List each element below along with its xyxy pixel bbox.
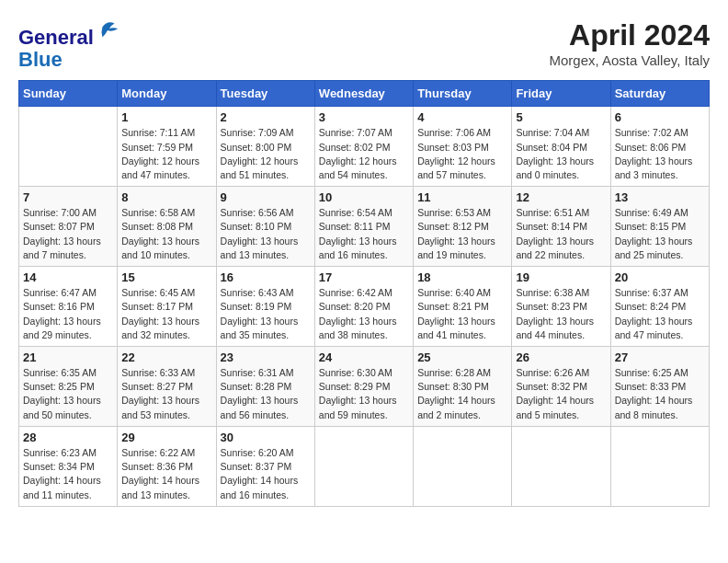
day-number: 28	[23, 431, 113, 444]
calendar-cell: 11Sunrise: 6:53 AMSunset: 8:12 PMDayligh…	[414, 187, 512, 267]
day-info: Sunrise: 6:51 AMSunset: 8:14 PMDaylight:…	[516, 206, 606, 262]
day-info: Sunrise: 6:20 AMSunset: 8:37 PMDaylight:…	[221, 446, 311, 502]
calendar-cell: 3Sunrise: 7:07 AMSunset: 8:02 PMDaylight…	[314, 107, 413, 187]
day-number: 7	[23, 190, 113, 204]
day-info: Sunrise: 6:58 AMSunset: 8:08 PMDaylight:…	[121, 206, 211, 262]
calendar-week-row: 14Sunrise: 6:47 AMSunset: 8:16 PMDayligh…	[19, 267, 710, 347]
page-subtitle: Morgex, Aosta Valley, Italy	[549, 52, 710, 68]
day-info: Sunrise: 6:56 AMSunset: 8:10 PMDaylight:…	[221, 206, 311, 262]
calendar-cell: 27Sunrise: 6:25 AMSunset: 8:33 PMDayligh…	[610, 347, 709, 427]
calendar-cell: 16Sunrise: 6:43 AMSunset: 8:19 PMDayligh…	[216, 267, 314, 347]
day-number: 24	[319, 350, 409, 364]
day-info: Sunrise: 6:30 AMSunset: 8:29 PMDaylight:…	[319, 366, 409, 422]
day-info: Sunrise: 6:38 AMSunset: 8:23 PMDaylight:…	[516, 286, 606, 342]
calendar-week-row: 1Sunrise: 7:11 AMSunset: 7:59 PMDaylight…	[19, 107, 710, 187]
logo-bird-icon	[96, 18, 121, 44]
calendar-cell: 13Sunrise: 6:49 AMSunset: 8:15 PMDayligh…	[610, 187, 709, 267]
day-info: Sunrise: 6:40 AMSunset: 8:21 PMDaylight:…	[417, 286, 507, 342]
day-info: Sunrise: 6:49 AMSunset: 8:15 PMDaylight:…	[615, 206, 705, 262]
calendar-cell: 6Sunrise: 7:02 AMSunset: 8:06 PMDaylight…	[610, 107, 709, 187]
calendar-cell	[414, 426, 512, 506]
day-number: 10	[319, 190, 409, 204]
calendar-cell	[512, 426, 610, 506]
day-number: 17	[319, 270, 409, 284]
day-number: 13	[615, 190, 705, 204]
day-info: Sunrise: 7:09 AMSunset: 8:00 PMDaylight:…	[221, 126, 311, 182]
day-info: Sunrise: 7:06 AMSunset: 8:03 PMDaylight:…	[417, 126, 507, 182]
calendar-cell: 9Sunrise: 6:56 AMSunset: 8:10 PMDaylight…	[216, 187, 314, 267]
day-info: Sunrise: 6:26 AMSunset: 8:32 PMDaylight:…	[516, 366, 606, 422]
weekday-header-wednesday: Wednesday	[314, 81, 413, 107]
day-info: Sunrise: 7:00 AMSunset: 8:07 PMDaylight:…	[23, 206, 113, 262]
weekday-header-sunday: Sunday	[19, 81, 118, 107]
day-number: 1	[121, 110, 211, 124]
calendar-cell: 30Sunrise: 6:20 AMSunset: 8:37 PMDayligh…	[216, 426, 314, 506]
logo-blue: Blue	[18, 48, 63, 71]
calendar-cell: 22Sunrise: 6:33 AMSunset: 8:27 PMDayligh…	[118, 347, 216, 427]
day-info: Sunrise: 6:35 AMSunset: 8:25 PMDaylight:…	[23, 366, 113, 422]
calendar-cell: 20Sunrise: 6:37 AMSunset: 8:24 PMDayligh…	[610, 267, 709, 347]
day-info: Sunrise: 6:22 AMSunset: 8:36 PMDaylight:…	[121, 446, 211, 502]
calendar-header-row: SundayMondayTuesdayWednesdayThursdayFrid…	[19, 81, 710, 107]
calendar-cell: 10Sunrise: 6:54 AMSunset: 8:11 PMDayligh…	[314, 187, 413, 267]
day-number: 12	[516, 190, 606, 204]
calendar-table: SundayMondayTuesdayWednesdayThursdayFrid…	[18, 80, 710, 506]
day-info: Sunrise: 6:43 AMSunset: 8:19 PMDaylight:…	[221, 286, 311, 342]
calendar-cell: 14Sunrise: 6:47 AMSunset: 8:16 PMDayligh…	[19, 267, 118, 347]
calendar-cell: 8Sunrise: 6:58 AMSunset: 8:08 PMDaylight…	[118, 187, 216, 267]
calendar-cell	[314, 426, 413, 506]
calendar-cell: 4Sunrise: 7:06 AMSunset: 8:03 PMDaylight…	[414, 107, 512, 187]
logo-general: General	[18, 26, 94, 49]
day-info: Sunrise: 6:31 AMSunset: 8:28 PMDaylight:…	[221, 366, 311, 422]
day-number: 5	[516, 110, 606, 124]
day-number: 26	[516, 350, 606, 364]
weekday-header-tuesday: Tuesday	[216, 81, 314, 107]
day-number: 6	[615, 110, 705, 124]
calendar-cell: 15Sunrise: 6:45 AMSunset: 8:17 PMDayligh…	[118, 267, 216, 347]
calendar-cell: 18Sunrise: 6:40 AMSunset: 8:21 PMDayligh…	[414, 267, 512, 347]
page-title: April 2024	[549, 18, 710, 52]
calendar-cell: 26Sunrise: 6:26 AMSunset: 8:32 PMDayligh…	[512, 347, 610, 427]
calendar-week-row: 21Sunrise: 6:35 AMSunset: 8:25 PMDayligh…	[19, 347, 710, 427]
day-number: 21	[23, 350, 113, 364]
calendar-cell: 28Sunrise: 6:23 AMSunset: 8:34 PMDayligh…	[19, 426, 118, 506]
calendar-cell: 24Sunrise: 6:30 AMSunset: 8:29 PMDayligh…	[314, 347, 413, 427]
day-info: Sunrise: 6:33 AMSunset: 8:27 PMDaylight:…	[121, 366, 211, 422]
calendar-cell: 21Sunrise: 6:35 AMSunset: 8:25 PMDayligh…	[19, 347, 118, 427]
day-info: Sunrise: 7:11 AMSunset: 7:59 PMDaylight:…	[121, 126, 211, 182]
calendar-cell: 17Sunrise: 6:42 AMSunset: 8:20 PMDayligh…	[314, 267, 413, 347]
day-number: 11	[417, 190, 507, 204]
day-number: 15	[121, 270, 211, 284]
calendar-cell: 25Sunrise: 6:28 AMSunset: 8:30 PMDayligh…	[414, 347, 512, 427]
day-info: Sunrise: 6:28 AMSunset: 8:30 PMDaylight:…	[417, 366, 507, 422]
calendar-body: 1Sunrise: 7:11 AMSunset: 7:59 PMDaylight…	[19, 107, 710, 506]
day-number: 27	[615, 350, 705, 364]
day-number: 14	[23, 270, 113, 284]
day-info: Sunrise: 6:37 AMSunset: 8:24 PMDaylight:…	[615, 286, 705, 342]
calendar-cell: 29Sunrise: 6:22 AMSunset: 8:36 PMDayligh…	[118, 426, 216, 506]
calendar-cell: 1Sunrise: 7:11 AMSunset: 7:59 PMDaylight…	[118, 107, 216, 187]
day-number: 2	[221, 110, 311, 124]
day-info: Sunrise: 6:42 AMSunset: 8:20 PMDaylight:…	[319, 286, 409, 342]
day-number: 23	[221, 350, 311, 364]
day-info: Sunrise: 6:25 AMSunset: 8:33 PMDaylight:…	[615, 366, 705, 422]
weekday-header-monday: Monday	[118, 81, 216, 107]
day-number: 29	[121, 431, 211, 444]
day-number: 3	[319, 110, 409, 124]
calendar-cell: 2Sunrise: 7:09 AMSunset: 8:00 PMDaylight…	[216, 107, 314, 187]
calendar-cell	[610, 426, 709, 506]
day-number: 25	[417, 350, 507, 364]
day-number: 20	[615, 270, 705, 284]
day-number: 9	[221, 190, 311, 204]
day-info: Sunrise: 6:53 AMSunset: 8:12 PMDaylight:…	[417, 206, 507, 262]
logo: General Blue	[18, 18, 121, 71]
day-number: 22	[121, 350, 211, 364]
weekday-header-thursday: Thursday	[414, 81, 512, 107]
day-number: 16	[221, 270, 311, 284]
day-number: 18	[417, 270, 507, 284]
day-number: 19	[516, 270, 606, 284]
title-block: April 2024 Morgex, Aosta Valley, Italy	[549, 18, 710, 68]
weekday-header-saturday: Saturday	[610, 81, 709, 107]
day-info: Sunrise: 7:07 AMSunset: 8:02 PMDaylight:…	[319, 126, 409, 182]
calendar-cell	[19, 107, 118, 187]
